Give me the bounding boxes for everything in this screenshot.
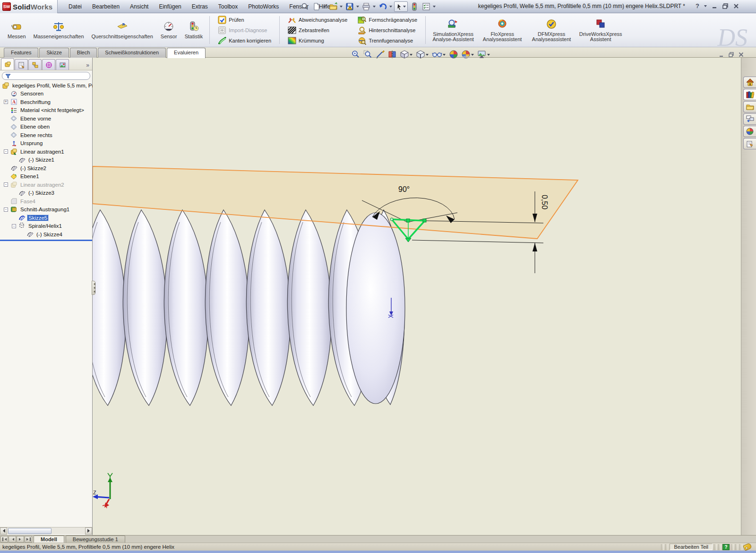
minimize-icon[interactable] [712, 3, 718, 9]
panel-overflow-chevron[interactable]: » [84, 62, 91, 70]
view-orientation-icon[interactable] [399, 49, 414, 60]
tree-item-ebene-rechts[interactable]: Ebene rechts [0, 131, 92, 139]
print-icon[interactable] [361, 1, 371, 12]
tree-item-beschriftung[interactable]: + A Beschriftung [0, 98, 92, 106]
previous-tab-button[interactable] [9, 536, 16, 543]
scroll-right-button[interactable] [85, 527, 92, 535]
menu-photoworks[interactable]: PhotoWorks [244, 1, 283, 12]
menu-einfuegen[interactable]: Einfügen [155, 1, 185, 12]
tree-filter-input[interactable] [13, 73, 79, 79]
tab-schweisskonstruktionen[interactable]: Schweißkonstruktionen [98, 48, 166, 58]
help-dropdown-caret[interactable] [704, 5, 707, 9]
graphics-viewport[interactable]: 90° 0,50 Z [93, 58, 741, 535]
section-view-icon[interactable] [387, 49, 398, 60]
select-tool[interactable] [394, 1, 408, 12]
driveworksxpress-button[interactable]: DriveWorksXpress Assistent [576, 13, 625, 47]
open-icon[interactable] [328, 1, 338, 12]
expand-toggle[interactable]: - [4, 149, 8, 154]
restore-icon[interactable] [722, 3, 729, 9]
hinterschnittanalyse-button[interactable]: Hinterschnittanalyse [356, 26, 419, 35]
feature-manager-tab[interactable] [1, 58, 14, 70]
sketch-plane[interactable] [93, 166, 578, 239]
file-explorer-tab[interactable] [743, 101, 756, 112]
tree-item-skizze2[interactable]: (-) Skizze2 [0, 164, 92, 173]
tree-item-schnitt-austragung1[interactable]: - Schnitt-Austragung1 [0, 206, 92, 214]
view-palette-tab[interactable] [743, 113, 756, 125]
tab-bewegungsstudie-1[interactable]: Bewegungsstudie 1 [66, 536, 125, 543]
depth-dimension-text[interactable]: 0,50 [541, 195, 549, 209]
zoom-fit-icon[interactable] [350, 49, 361, 60]
tree-item-linear-austragen1[interactable]: - Linear austragen1 [0, 147, 92, 156]
scrollbar-thumb[interactable] [8, 528, 52, 534]
tree-item-skizze3[interactable]: (-) Skizze3 [0, 189, 92, 198]
zebrastreifen-button[interactable]: Zebrastreifen [286, 26, 349, 35]
tree-item-sensoren[interactable]: Sensoren [0, 90, 92, 98]
threaded-shaft-model[interactable] [93, 210, 405, 406]
formschraegeanalyse-button[interactable]: Formschrägeanalyse [356, 15, 419, 25]
appearances-scenes-tab[interactable] [743, 126, 756, 137]
menu-bearbeiten[interactable]: Bearbeiten [88, 1, 124, 12]
tab-blech[interactable]: Blech [70, 48, 97, 58]
messen-button[interactable]: Messen [4, 13, 30, 47]
expand-toggle[interactable]: - [12, 224, 16, 228]
floxpress-button[interactable]: FloXpress Analyseassistent [478, 13, 527, 47]
new-dropdown-caret[interactable] [323, 6, 326, 9]
view-orientation-caret[interactable] [410, 54, 412, 57]
tree-item-spirale-helix1[interactable]: - Spirale/Helix1 [0, 222, 92, 231]
tree-item-material[interactable]: Material <nicht festgelegt> [0, 106, 92, 115]
menu-datei[interactable]: Datei [64, 1, 86, 12]
tags-icon[interactable] [743, 543, 752, 551]
doc-close-icon[interactable] [739, 52, 744, 57]
design-library-tab[interactable] [743, 89, 756, 100]
display-manager-tab[interactable] [56, 59, 69, 70]
tree-item-ebene-vorne[interactable]: Ebene vorne [0, 114, 92, 123]
select-dropdown-caret[interactable] [403, 6, 406, 9]
doc-minimize-icon[interactable] [719, 52, 724, 57]
tree-item-part[interactable]: kegeliges Profil, Welle 5,5 mm, Profi [0, 81, 92, 90]
tree-item-linear-austragen2[interactable]: - Linear austragen2 [0, 181, 92, 189]
first-tab-button[interactable] [0, 536, 8, 543]
panel-horizontal-scrollbar[interactable] [0, 527, 92, 534]
options-icon[interactable] [421, 1, 431, 12]
apply-scene-caret[interactable] [471, 54, 474, 57]
display-style-caret[interactable] [426, 54, 429, 57]
status-help-icon[interactable]: ? [722, 544, 730, 550]
tree-item-skizze4[interactable]: (-) Skizze4 [0, 230, 92, 239]
tab-features[interactable]: Features [4, 48, 38, 58]
view-settings-icon[interactable] [476, 49, 491, 60]
undo-dropdown-caret[interactable] [389, 6, 392, 9]
hide-show-items-icon[interactable] [431, 49, 447, 60]
save-icon[interactable] [344, 1, 355, 12]
next-tab-button[interactable] [17, 536, 24, 543]
view-settings-caret[interactable] [487, 54, 490, 57]
masseneigenschaften-button[interactable]: Masseneigenschaften [30, 13, 88, 47]
configuration-manager-tab[interactable] [28, 59, 42, 70]
open-dropdown-caret[interactable] [340, 6, 343, 9]
help-icon[interactable]: ? [696, 2, 699, 9]
menu-toolbox[interactable]: Toolbox [214, 1, 242, 12]
tree-item-fase4[interactable]: Fase4 [0, 197, 92, 206]
tree-item-ursprung[interactable]: Ursprung [0, 139, 92, 148]
property-manager-tab[interactable] [15, 59, 28, 70]
menu-ansicht[interactable]: Ansicht [126, 1, 153, 12]
expand-toggle[interactable]: - [4, 182, 8, 187]
abweichungsanalyse-button[interactable]: Abweichungsanalyse [286, 15, 349, 25]
rollback-bar[interactable] [0, 240, 92, 241]
trennfugenanalyse-button[interactable]: Trennfugenanalyse [356, 36, 419, 45]
expand-toggle[interactable]: - [4, 207, 8, 212]
tab-evaluieren[interactable]: Evaluieren [167, 48, 206, 58]
save-dropdown-caret[interactable] [356, 6, 359, 9]
custom-properties-tab[interactable] [743, 138, 756, 149]
tab-skizze[interactable]: Skizze [39, 48, 69, 58]
angle-dimension-text[interactable]: 90° [398, 185, 410, 193]
rebuild-icon[interactable] [409, 1, 420, 12]
search-icon[interactable] [300, 1, 310, 12]
dimxpert-manager-tab[interactable] [42, 59, 55, 70]
doc-restore-icon[interactable] [729, 52, 734, 57]
kruemmung-button[interactable]: Krümmung [286, 36, 349, 45]
querschnittseigenschaften-button[interactable]: Querschnittseigenschaften [88, 13, 157, 47]
new-document-icon[interactable] [311, 1, 322, 12]
undo-icon[interactable] [378, 1, 388, 12]
tree-item-skizze1[interactable]: (-) Skizze1 [0, 156, 92, 164]
kanten-korrigieren-button[interactable]: Kanten korrigieren [216, 36, 273, 45]
